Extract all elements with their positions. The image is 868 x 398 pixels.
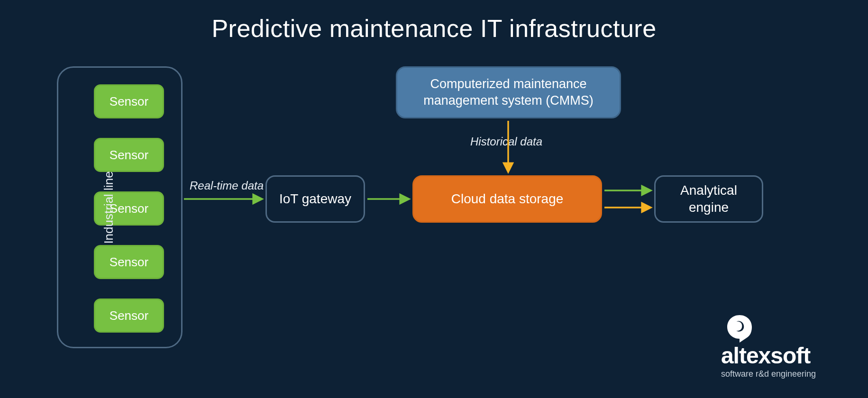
cloud-storage-node: Cloud data storage xyxy=(412,175,602,223)
brand-logo-icon xyxy=(726,314,816,344)
sensor-box: Sensor xyxy=(94,84,164,118)
brand-logo: altexsoft software r&d engineering xyxy=(721,314,816,379)
sensor-box: Sensor xyxy=(94,245,164,279)
industrial-line-label: Industrial line xyxy=(101,171,116,244)
real-time-data-label: Real-time data xyxy=(190,179,264,192)
industrial-line-container: Industrial line Sensor Sensor Sensor Sen… xyxy=(57,66,183,348)
brand-tagline: software r&d engineering xyxy=(721,369,816,379)
sensor-box: Sensor xyxy=(94,298,164,333)
diagram-title: Predictive maintenance IT infrastructure xyxy=(0,14,868,43)
analytical-engine-node: Analytical engine xyxy=(654,175,763,223)
sensor-box: Sensor xyxy=(94,138,164,172)
brand-name: altexsoft xyxy=(721,344,816,367)
historical-data-label: Historical data xyxy=(470,135,542,148)
iot-gateway-node: IoT gateway xyxy=(265,175,365,223)
cmms-node: Computerized maintenance management syst… xyxy=(396,66,621,118)
